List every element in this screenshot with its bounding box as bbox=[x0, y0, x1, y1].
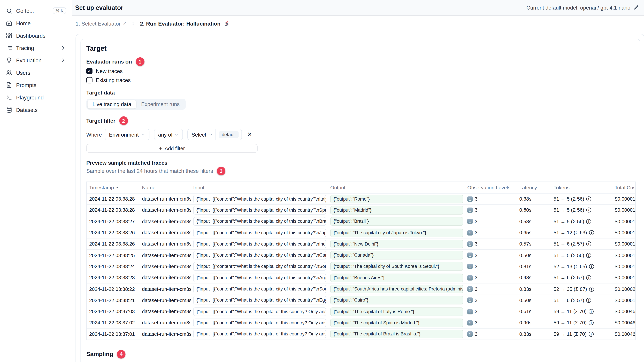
sidebar-item-datasets[interactable]: Datasets bbox=[0, 103, 72, 116]
output-cell: {"output":"Canada"} bbox=[328, 251, 465, 260]
input-json-box[interactable]: {"input":[{"content":"What is the capita… bbox=[193, 217, 326, 226]
observation-levels-cell: i 3 bbox=[465, 298, 517, 303]
content-area: 1. Select Evaluator ✓ 2. Run Evaluator: … bbox=[72, 16, 644, 362]
total-cost-cell: $0.00046 ( bbox=[612, 309, 636, 315]
goto-search[interactable]: Go to... ⌘ K bbox=[0, 4, 72, 17]
sidebar-item-tracing[interactable]: Tracing bbox=[0, 42, 72, 54]
table-row[interactable]: 2024-11-22 03:38:22 dataset-run-item-cm3… bbox=[87, 284, 635, 295]
column-header-input[interactable]: Input bbox=[191, 185, 328, 190]
input-cell: {"input":[{"content":"What is the capita… bbox=[191, 274, 328, 282]
main-area: Set up evaluator Current default model: … bbox=[72, 0, 644, 362]
column-header-latency[interactable]: Latency bbox=[517, 185, 551, 190]
output-json-box[interactable]: {"output":"South Africa has three capita… bbox=[330, 285, 463, 293]
table-row[interactable]: 2024-11-22 03:38:24 dataset-run-item-cm3… bbox=[87, 261, 635, 272]
input-json-box[interactable]: {"input":[{"content":"What is the capita… bbox=[193, 319, 326, 327]
output-json-box[interactable]: {"output":"Buenos Aires"} bbox=[330, 274, 463, 282]
sidebar-item-label: Prompts bbox=[16, 82, 36, 88]
observation-levels-cell: i 3 bbox=[465, 264, 517, 269]
remove-filter-button[interactable]: ✕ bbox=[247, 132, 252, 137]
output-json-box[interactable]: {"output":"Canada"} bbox=[330, 251, 463, 260]
column-header-name[interactable]: Name bbox=[140, 185, 191, 190]
name-cell: dataset-run-item-cm3s4 bbox=[140, 207, 191, 213]
input-cell: {"input":[{"content":"What is the capita… bbox=[191, 251, 328, 260]
table-row[interactable]: 2024-11-22 03:38:28 dataset-run-item-cm3… bbox=[87, 193, 635, 205]
info-badge-icon: i bbox=[467, 253, 473, 258]
output-json-box[interactable]: {"output":"Rome"} bbox=[330, 195, 463, 203]
input-json-box[interactable]: {"input":[{"content":"What is the capita… bbox=[193, 307, 326, 316]
table-row[interactable]: 2024-11-22 03:38:28 dataset-run-item-cm3… bbox=[87, 205, 635, 216]
edit-pencil-icon[interactable] bbox=[633, 5, 639, 10]
column-header-output[interactable]: Output bbox=[328, 185, 465, 190]
input-json-box[interactable]: {"input":[{"content":"What is the capita… bbox=[193, 285, 326, 293]
preview-subheading-row: Sample over the last 24 hours that match… bbox=[86, 167, 635, 175]
total-cost-cell: $0.000015 bbox=[612, 230, 636, 236]
sidebar-item-home[interactable]: Home bbox=[0, 17, 72, 29]
input-json-box[interactable]: {"input":[{"content":"What is the capita… bbox=[193, 296, 326, 305]
table-row[interactable]: 2024-11-22 03:38:25 dataset-run-item-cm3… bbox=[87, 250, 635, 261]
output-json-box[interactable]: {"output":"Brazil"} bbox=[330, 217, 463, 226]
filter-value-select[interactable]: Select default bbox=[188, 129, 242, 140]
observation-levels-cell: i 3 bbox=[465, 219, 517, 224]
input-json-box[interactable]: {"input":[{"content":"What is the capita… bbox=[193, 195, 326, 203]
tracing-icon bbox=[6, 45, 12, 51]
input-json-box[interactable]: {"input":[{"content":"What is the capita… bbox=[193, 251, 326, 260]
output-json-box[interactable]: {"output":"Cairo"} bbox=[330, 296, 463, 305]
output-json-box[interactable]: {"output":"The capital city of South Kor… bbox=[330, 262, 463, 271]
timestamp-cell: 2024-11-22 03:38:27 bbox=[87, 219, 140, 224]
input-json-box[interactable]: {"input":[{"content":"What is the capita… bbox=[193, 240, 326, 248]
add-filter-button[interactable]: + Add filter bbox=[86, 144, 258, 153]
input-json-box[interactable]: {"input":[{"content":"What is the capita… bbox=[193, 330, 326, 339]
output-cell: {"output":"The capital city of South Kor… bbox=[328, 262, 465, 271]
tokens-cell: 51 → 6 (Σ 57) i bbox=[551, 275, 612, 281]
tab-live-tracing-data[interactable]: Live tracing data bbox=[88, 100, 136, 108]
tab-experiment-runs[interactable]: Experiment runs bbox=[136, 100, 184, 108]
table-row[interactable]: 2024-11-22 03:38:26 dataset-run-item-cm3… bbox=[87, 227, 635, 239]
column-header-total-cost[interactable]: Total Cost bbox=[612, 185, 636, 190]
column-header-tokens[interactable]: Tokens bbox=[551, 185, 612, 190]
total-cost-cell: $0.00046 ( bbox=[612, 331, 636, 337]
input-json-box[interactable]: {"input":[{"content":"What is the capita… bbox=[193, 206, 326, 215]
breadcrumb-step-1[interactable]: 1. Select Evaluator bbox=[76, 20, 120, 26]
checkbox-unchecked[interactable] bbox=[86, 77, 92, 83]
where-label: Where bbox=[86, 131, 102, 138]
timestamp-cell: 2024-11-22 03:38:26 bbox=[87, 230, 140, 236]
tokens-cell: 59 → 11 (Σ 70) i bbox=[551, 331, 612, 337]
checkbox-checked[interactable]: ✓ bbox=[86, 68, 92, 74]
input-json-box[interactable]: {"input":[{"content":"What is the capita… bbox=[193, 228, 326, 237]
filter-operator-select[interactable]: any of bbox=[154, 129, 183, 140]
users-icon bbox=[6, 69, 12, 76]
target-filter-label: Target filter bbox=[86, 118, 115, 124]
table-row[interactable]: 2024-11-22 03:37:03 dataset-run-item-cm3… bbox=[87, 306, 635, 317]
table-row[interactable]: 2024-11-22 03:38:26 dataset-run-item-cm3… bbox=[87, 239, 635, 250]
output-json-box[interactable]: {"output":"The capital city of Japan is … bbox=[330, 228, 463, 237]
name-cell: dataset-run-item-cm3s4 bbox=[140, 230, 191, 236]
column-header-observation-levels[interactable]: Observation Levels bbox=[465, 185, 517, 190]
search-icon bbox=[6, 7, 12, 14]
output-json-box[interactable]: {"output":"The capital of Italy is Rome.… bbox=[330, 307, 463, 316]
output-json-box[interactable]: {"output":"New Delhi"} bbox=[330, 240, 463, 248]
output-json-box[interactable]: {"output":"The capital of Brazil is Bras… bbox=[330, 330, 463, 339]
filter-row: Where Environment any of Select bbox=[86, 129, 635, 140]
sidebar-item-prompts[interactable]: Prompts bbox=[0, 79, 72, 91]
sidebar-item-playground[interactable]: Playground bbox=[0, 91, 72, 104]
column-header-timestamp[interactable]: Timestamp ▼ bbox=[87, 185, 140, 190]
input-json-box[interactable]: {"input":[{"content":"What is the capita… bbox=[193, 274, 326, 282]
latency-cell: 0.83s bbox=[517, 286, 551, 292]
table-row[interactable]: 2024-11-22 03:38:23 dataset-run-item-cm3… bbox=[87, 272, 635, 284]
sidebar-item-label: Tracing bbox=[16, 45, 34, 51]
table-row[interactable]: 2024-11-22 03:38:21 dataset-run-item-cm3… bbox=[87, 295, 635, 306]
output-json-box[interactable]: {"output":"The capital of Spain is Madri… bbox=[330, 319, 463, 327]
existing-traces-option[interactable]: Existing traces bbox=[86, 76, 635, 84]
input-json-box[interactable]: {"input":[{"content":"What is the capita… bbox=[193, 262, 326, 271]
sort-desc-icon: ▼ bbox=[116, 186, 119, 189]
output-json-box[interactable]: {"output":"Madrid"} bbox=[330, 206, 463, 215]
step-badge-1: 1 bbox=[136, 57, 144, 66]
sidebar-item-users[interactable]: Users bbox=[0, 66, 72, 79]
filter-column-select[interactable]: Environment bbox=[105, 129, 150, 140]
table-row[interactable]: 2024-11-22 03:37:01 dataset-run-item-cm3… bbox=[87, 329, 635, 340]
table-row[interactable]: 2024-11-22 03:37:02 dataset-run-item-cm3… bbox=[87, 317, 635, 329]
table-row[interactable]: 2024-11-22 03:38:27 dataset-run-item-cm3… bbox=[87, 216, 635, 227]
new-traces-option[interactable]: ✓ New traces bbox=[86, 67, 635, 75]
sidebar-item-evaluation[interactable]: Evaluation bbox=[0, 54, 72, 66]
sidebar-item-dashboards[interactable]: Dashboards bbox=[0, 29, 72, 42]
